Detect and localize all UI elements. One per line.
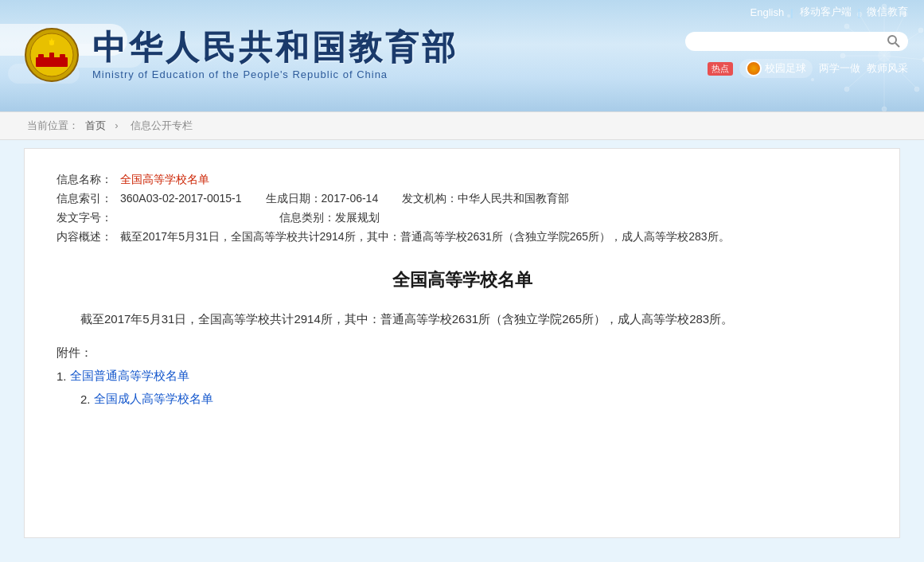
attachment-num-1: 1.	[57, 369, 67, 383]
info-summary-value: 截至2017年5月31日，全国高等学校共计2914所，其中：普通高等学校2631…	[120, 230, 867, 244]
english-link[interactable]: English	[751, 6, 785, 18]
info-date-label: 生成日期：	[266, 192, 322, 206]
wechat-link[interactable]: 微信教育	[867, 5, 908, 19]
header-main: 中华人民共和国教育部 Ministry of Education of the …	[0, 19, 924, 83]
page-header: English | 移动客户端 | 微信教育 中华人民共和国教育部	[0, 0, 924, 111]
info-row-name: 信息名称： 全国高等学校名单	[57, 173, 867, 187]
attachment-item-1: 1. 全国普通高等学校名单	[57, 369, 867, 384]
football-icon	[746, 60, 762, 76]
info-index-value: 360A03-02-2017-0015-1	[120, 192, 242, 205]
info-row-summary: 内容概述： 截至2017年5月31日，全国高等学校共计2914所，其中：普通高等…	[57, 230, 867, 244]
breadcrumb-prefix: 当前位置：	[27, 119, 79, 131]
feature-link-study[interactable]: 两学一做	[819, 61, 860, 76]
feature-links-row: 热点 校园足球 两学一做 教师风采	[708, 59, 908, 78]
info-type-value: 发展规划	[335, 211, 867, 225]
info-date-value: 2017-06-14	[322, 192, 379, 205]
search-button[interactable]	[887, 35, 900, 48]
info-name-value: 全国高等学校名单	[120, 173, 209, 187]
divider-2: |	[858, 6, 860, 18]
mobile-link[interactable]: 移动客户端	[800, 5, 852, 19]
breadcrumb: 当前位置： 首页 › 信息公开专栏	[0, 111, 924, 140]
svg-rect-30	[49, 53, 54, 59]
svg-line-35	[895, 43, 899, 47]
logo-text: 中华人民共和国教育部 Ministry of Education of the …	[92, 29, 458, 80]
football-badge: 校园足球	[739, 59, 813, 78]
info-summary-label: 内容概述：	[57, 230, 120, 244]
svg-point-12	[844, 87, 849, 92]
breadcrumb-current: 信息公开专栏	[131, 119, 193, 131]
svg-point-34	[888, 36, 896, 44]
feature-link-teachers[interactable]: 教师风采	[867, 61, 908, 76]
search-bar	[685, 32, 908, 51]
main-content: 信息名称： 全国高等学校名单 信息索引： 360A03-02-2017-0015…	[24, 148, 900, 538]
attachment-link-1[interactable]: 全国普通高等学校名单	[70, 369, 189, 384]
article-title: 全国高等学校名单	[57, 268, 867, 292]
breadcrumb-home[interactable]: 首页	[85, 119, 106, 131]
breadcrumb-separator: ›	[111, 119, 124, 131]
svg-point-10	[882, 107, 887, 111]
article-body: 截至2017年5月31日，全国高等学校共计2914所，其中：普通高等学校2631…	[57, 308, 867, 330]
attachment-prefix: 附件：	[57, 345, 92, 359]
hot-label: 热点	[708, 62, 733, 76]
info-row-index-date-issuer: 信息索引： 360A03-02-2017-0015-1 生成日期： 2017-0…	[57, 192, 867, 206]
info-type-label: 信息类别：	[279, 211, 335, 225]
header-top-bar: English | 移动客户端 | 微信教育	[0, 0, 924, 19]
ministry-emblem	[24, 27, 80, 83]
svg-rect-29	[38, 54, 44, 59]
feature-link-football[interactable]: 校园足球	[765, 61, 806, 76]
search-input[interactable]	[693, 36, 887, 48]
attachment-num-2: 2.	[80, 392, 91, 406]
svg-point-33	[49, 41, 54, 45]
attachment-section: 附件： 1. 全国普通高等学校名单 2. 全国成人高等学校名单	[57, 345, 867, 407]
info-issuer-label: 发文机构：	[402, 192, 458, 206]
svg-rect-31	[60, 54, 65, 59]
info-docnum-label: 发文字号：	[57, 211, 120, 225]
logo-chinese-name: 中华人民共和国教育部	[92, 29, 458, 66]
info-section: 信息名称： 全国高等学校名单 信息索引： 360A03-02-2017-0015…	[57, 173, 867, 244]
logo-english-name: Ministry of Education of the People's Re…	[92, 68, 458, 80]
search-icon	[887, 35, 900, 48]
divider-1: |	[790, 6, 793, 18]
info-issuer-value: 中华人民共和国教育部	[458, 192, 569, 206]
attachment-link-2[interactable]: 全国成人高等学校名单	[94, 392, 213, 407]
svg-point-8	[914, 87, 919, 92]
info-index-label: 信息索引：	[57, 192, 120, 206]
attachment-item-2: 2. 全国成人高等学校名单	[80, 392, 867, 407]
info-name-label: 信息名称：	[57, 173, 120, 187]
info-row-docnum-type: 发文字号： 信息类别： 发展规划	[57, 211, 867, 225]
header-right: 热点 校园足球 两学一做 教师风采	[685, 32, 908, 78]
